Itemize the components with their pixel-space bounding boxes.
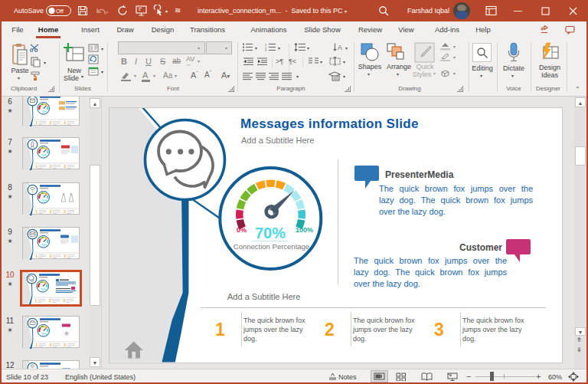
svg-text:3: 3 — [64, 165, 67, 169]
svg-text:2: 2 — [49, 299, 51, 303]
svg-text:70%: 70% — [255, 225, 286, 241]
svg-text:A: A — [338, 44, 342, 51]
svg-text:70%: 70% — [41, 199, 47, 202]
svg-text:2: 2 — [50, 343, 52, 347]
svg-text:70%: 70% — [41, 154, 47, 157]
svg-text:2: 2 — [50, 165, 52, 169]
svg-text:3: 3 — [64, 121, 67, 125]
svg-text:Off: Off — [56, 8, 64, 15]
svg-text:70%: 70% — [41, 288, 47, 291]
svg-text:1: 1 — [36, 210, 38, 214]
svg-text:100%: 100% — [296, 226, 313, 234]
svg-text:1: 1 — [36, 343, 38, 347]
svg-text:2: 2 — [50, 210, 52, 214]
svg-text:Connection Percentage: Connection Percentage — [234, 242, 309, 251]
svg-text:3: 3 — [265, 48, 267, 51]
svg-text:2: 2 — [50, 254, 52, 258]
svg-text:3: 3 — [64, 343, 67, 347]
svg-text:▾: ▾ — [106, 10, 109, 15]
svg-text:1: 1 — [35, 299, 38, 303]
svg-text:70%: 70% — [41, 333, 47, 336]
svg-text:2: 2 — [50, 121, 52, 125]
svg-text:1: 1 — [36, 121, 38, 125]
svg-text:0%: 0% — [237, 226, 247, 234]
svg-text:3: 3 — [64, 254, 67, 258]
svg-text:1: 1 — [36, 254, 38, 258]
svg-text:1: 1 — [36, 165, 38, 169]
svg-text:70%: 70% — [41, 244, 47, 247]
svg-text:3: 3 — [64, 210, 67, 214]
svg-text:3: 3 — [64, 299, 66, 303]
svg-text:70%: 70% — [41, 110, 47, 113]
